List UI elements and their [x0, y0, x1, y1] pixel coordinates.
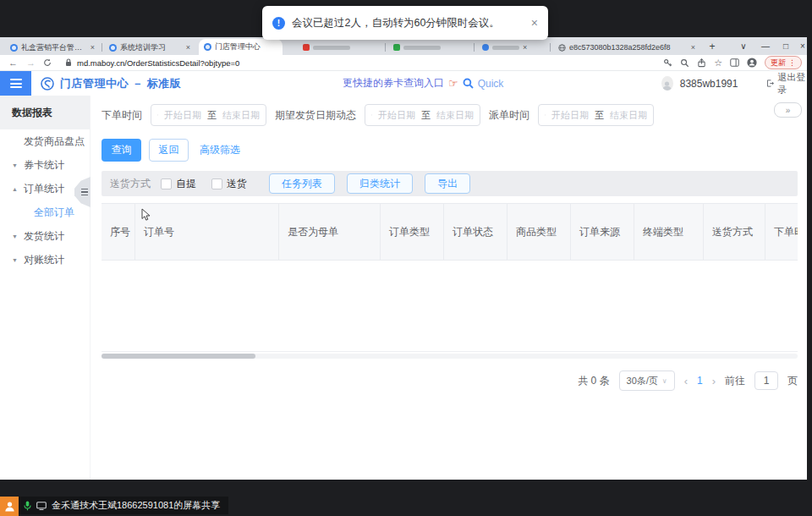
tab-favicon-icon [109, 44, 117, 52]
range-to-label: 至 [595, 109, 604, 122]
page-size-value: 30条/页 [627, 375, 658, 387]
quick-entry: 更快捷的券卡查询入口 ☞ Quick [343, 71, 503, 96]
collapsed-caret-icon: ▼ [12, 233, 18, 239]
expanded-caret-icon: ▲ [12, 186, 18, 192]
browser-tab-store-center-active[interactable]: 门店管理中心 [199, 39, 283, 55]
horizontal-scrollbar-thumb[interactable] [102, 354, 255, 359]
browser-tab-gift-platform[interactable]: 礼盒营销平台管理中心 × [5, 40, 100, 55]
order-time-range-input[interactable]: 开始日期 至 结束日期 [151, 104, 266, 126]
url-text[interactable]: md.maboy.cn/OrderStatisticsDetail?objtyp… [77, 58, 239, 68]
obscured-tab-label [492, 46, 519, 50]
browser-address-bar: ← → md.maboy.cn/OrderStatisticsDetail?ob… [0, 55, 807, 71]
kebab-menu-icon[interactable]: ⋮ [788, 58, 796, 67]
coupon-quick-entry-link[interactable]: 更快捷的券卡查询入口 [343, 76, 444, 91]
back-icon[interactable]: ← [8, 58, 18, 68]
sidebar-item-label: 发货商品盘点 [24, 134, 85, 149]
search-button[interactable]: 查询 [102, 139, 141, 162]
lock-icon[interactable] [65, 58, 72, 67]
tab-favicon-icon [393, 44, 400, 51]
page-unit-label: 页 [787, 374, 798, 388]
app-header: 门店管理中心 － 标准版 更快捷的券卡查询入口 ☞ Quick 8385wb19… [0, 71, 807, 96]
tab-separator [550, 43, 551, 52]
window-close-button[interactable]: × [793, 37, 812, 55]
pointing-hand-icon: ☞ [448, 77, 458, 90]
sidebar-item-label: 券卡统计 [24, 158, 64, 173]
horizontal-scrollbar[interactable] [102, 354, 798, 359]
tab-close-icon[interactable]: × [91, 43, 95, 52]
goto-page-input[interactable] [754, 371, 778, 390]
new-tab-button[interactable]: + [705, 40, 719, 53]
sidebar-item-shipping-stats[interactable]: ▼ 发货统计 [0, 224, 90, 248]
tab-close-icon[interactable]: × [523, 43, 527, 52]
screen-share-status-bar: 金禾通技术王斌18662591081的屏幕共享 [19, 497, 228, 514]
window-maximize-button[interactable]: □ [776, 37, 795, 55]
browser-tab-obscured-3[interactable]: × [477, 40, 548, 55]
next-page-button[interactable]: › [712, 375, 716, 387]
delivery-checkbox-group[interactable]: 送货 [211, 177, 247, 191]
filter-label-order-time: 下单时间 [102, 108, 142, 123]
window-minimize-button[interactable]: — [756, 37, 775, 55]
collapsed-caret-icon: ▼ [12, 257, 18, 263]
hamburger-menu-button[interactable] [0, 71, 31, 96]
column-header-product-type: 商品类型 [508, 204, 571, 260]
table-toolbar: 送货方式 自提 送货 任务列表 归类统计 导出 [102, 171, 798, 196]
start-date-placeholder: 开始日期 [551, 109, 589, 122]
classify-stats-button[interactable]: 归类统计 [347, 173, 413, 194]
page-title: 门店管理中心 － 标准版 [60, 76, 181, 91]
goto-label: 前往 [725, 374, 745, 388]
logout-button[interactable]: 退出登录 [766, 71, 807, 96]
advanced-filter-link[interactable]: 高级筛选 [200, 143, 240, 157]
user-avatar[interactable] [661, 76, 673, 91]
calendar-icon [371, 111, 372, 119]
pickup-checkbox-group[interactable]: 自提 [161, 177, 196, 191]
table-body-empty [102, 261, 798, 352]
current-page-number[interactable]: 1 [697, 375, 703, 387]
sidebar-item-reconciliation-stats[interactable]: ▼ 对账统计 [0, 248, 90, 272]
update-button[interactable]: 更新 ⋮ [765, 56, 802, 69]
tab-close-icon[interactable]: × [186, 43, 190, 52]
expected-ship-date-range-input[interactable]: 开始日期 至 结束日期 [365, 104, 480, 126]
action-button-row: 查询 返回 高级筛选 [102, 139, 240, 162]
browser-tab-obscured-2[interactable] [388, 40, 471, 55]
pickup-checkbox-label: 自提 [176, 177, 196, 191]
side-panel-icon[interactable] [730, 58, 739, 67]
sidebar-item-all-orders-active[interactable]: 全部订单 [0, 200, 90, 224]
column-header-order-source: 订单来源 [571, 204, 634, 260]
window-menu-icon[interactable]: ∨ [734, 37, 753, 55]
tab-favicon-icon [482, 44, 489, 51]
page-size-select[interactable]: 30条/页 ∨ [619, 371, 675, 391]
share-icon[interactable] [697, 58, 706, 68]
browser-tab-obscured-1[interactable] [298, 40, 382, 55]
sidebar-item-shipping-inventory[interactable]: 发货商品盘点 [0, 129, 90, 153]
expand-filters-button[interactable]: » [774, 102, 802, 118]
prev-page-button[interactable]: ‹ [684, 375, 688, 387]
forward-icon[interactable]: → [26, 58, 36, 68]
profile-avatar-icon[interactable] [747, 58, 757, 68]
dispatch-time-range-input[interactable]: 开始日期 至 结束日期 [538, 104, 654, 126]
username-text[interactable]: 8385wb1991 [680, 78, 738, 90]
password-key-icon[interactable] [663, 58, 672, 68]
sidebar-item-coupon-stats[interactable]: ▼ 券卡统计 [0, 153, 90, 177]
toast-close-icon[interactable]: × [531, 17, 538, 29]
column-header-index: 序号 [102, 204, 135, 260]
export-button[interactable]: 导出 [425, 173, 470, 194]
share-participant-button[interactable] [0, 497, 19, 516]
delivery-checkbox[interactable] [211, 178, 222, 189]
update-label: 更新 [771, 58, 786, 69]
delivery-checkbox-label: 送货 [227, 177, 247, 191]
sidebar-section-data-reports[interactable]: 数据报表 [0, 96, 90, 129]
quick-label[interactable]: Quick [478, 78, 504, 90]
bookmark-star-icon[interactable]: ☆ [714, 58, 722, 68]
chevron-down-icon: ∨ [662, 377, 667, 385]
task-list-button[interactable]: 任务列表 [269, 173, 335, 194]
tab-close-icon[interactable]: × [691, 43, 695, 52]
quick-search-icon[interactable] [463, 78, 474, 89]
start-date-placeholder: 开始日期 [164, 109, 201, 122]
browser-tab-hash[interactable]: e8c573080b1328a258fd2e6f8 × [553, 40, 700, 55]
browser-tab-training[interactable]: 系统培训学习 × [104, 40, 195, 55]
zoom-icon[interactable] [680, 58, 689, 68]
back-button[interactable]: 返回 [149, 139, 189, 162]
reload-icon[interactable] [43, 58, 52, 67]
pickup-checkbox[interactable] [161, 178, 172, 189]
end-date-placeholder: 结束日期 [222, 109, 260, 122]
